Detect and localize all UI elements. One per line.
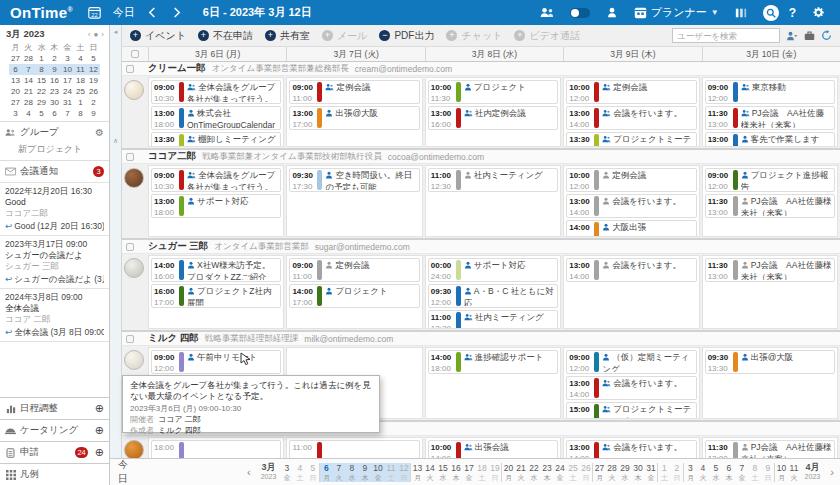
- briefcase-icon[interactable]: [804, 31, 815, 41]
- group-view-icon[interactable]: [540, 5, 556, 21]
- prev-arrow-icon[interactable]: [145, 5, 161, 21]
- strip-day[interactable]: 3月: [683, 463, 696, 482]
- mini-cal-day[interactable]: 13: [9, 75, 22, 86]
- day-cell[interactable]: 10:0014:00出張会議: [425, 437, 561, 458]
- notice-section-header[interactable]: 会議通知 3: [0, 161, 109, 182]
- day-cell[interactable]: 11:0012:30社内ミーティング: [425, 165, 561, 237]
- event-item[interactable]: 13:0016:00社内定例会議: [428, 106, 558, 130]
- event-item[interactable]: 13:0014:00会議を行います。: [566, 376, 696, 400]
- day-cell[interactable]: 14:0018:00進捗確認サポート: [425, 347, 561, 419]
- strip-day[interactable]: 23木: [540, 463, 553, 482]
- calendar-badge-icon[interactable]: 22: [87, 5, 103, 21]
- mini-cal-day[interactable]: 15: [35, 75, 48, 86]
- day-cell[interactable]: 09:0012:00プロジェクト進捗報告11:3013:00PJ会議 AA社佐藤…: [702, 165, 838, 237]
- select-all-checkbox[interactable]: [131, 50, 139, 58]
- planner-selector[interactable]: プランナー ▼: [634, 5, 719, 20]
- event-item[interactable]: 11:3013:00PJ会議 AA社佐藤様来社（来客）: [705, 258, 835, 282]
- strip-day[interactable]: 10月: [774, 463, 787, 482]
- event-item[interactable]: 13:0014:00会議を行います。: [566, 258, 696, 282]
- event-item[interactable]: 18:00: [151, 440, 281, 458]
- event-item[interactable]: 13:0017:30客先で作業します 【AA社】: [705, 132, 835, 147]
- sidebar-item-凡例[interactable]: 凡例: [0, 463, 109, 485]
- day-header[interactable]: 3月 6日 (月): [148, 47, 286, 61]
- sidebar-item-日程調整[interactable]: 日程調整⊕: [0, 397, 109, 419]
- event-item[interactable]: 10:0014:00出張会議: [428, 440, 558, 458]
- day-cell[interactable]: 13:0014:00会議を行います。: [563, 255, 699, 329]
- collapse-sidebar-icon[interactable]: ◂: [110, 28, 121, 36]
- strip-day[interactable]: 17金: [462, 463, 475, 482]
- day-cell[interactable]: 09:3013:30出張@大阪: [702, 347, 838, 419]
- add-icon[interactable]: ⊕: [95, 446, 104, 459]
- strip-day[interactable]: 26日: [579, 463, 592, 482]
- mini-cal-day[interactable]: 18: [74, 75, 87, 86]
- mini-cal-day[interactable]: 7: [61, 108, 74, 119]
- mini-cal-day[interactable]: 10: [61, 64, 74, 75]
- event-item[interactable]: 10:0011:30プロジェクト: [428, 80, 558, 104]
- event-item[interactable]: 13:0018:00株式会社OnTimeGroupCalendar様来社予定。担…: [151, 106, 281, 130]
- notice-item[interactable]: 2024年3月8日 09:00全体会議ココア 二郎↩全体会議 (3月 8日 09…: [0, 288, 109, 341]
- strip-day[interactable]: 9日: [761, 463, 774, 482]
- event-item[interactable]: 15:0017:00プロジェクトミーティング: [566, 402, 696, 419]
- day-header[interactable]: 3月 7日 (火): [286, 47, 424, 61]
- toolbar-button-不在申請[interactable]: +不在申請: [198, 29, 253, 43]
- strip-day[interactable]: 12日: [397, 463, 410, 482]
- strip-day[interactable]: 29水: [618, 463, 631, 482]
- event-item[interactable]: 09:0010:30全体会議をグループ各社が集まって行う。これは過去に例を見ない…: [151, 168, 281, 192]
- person-view-icon[interactable]: [604, 5, 620, 21]
- mini-cal-day[interactable]: 3: [61, 53, 74, 64]
- event-item[interactable]: 13:0018:00サポート対応: [151, 194, 281, 218]
- event-item[interactable]: 14:0016:00X社W様来訪予定。プロダクトZZご紹介: [151, 258, 281, 282]
- mini-cal-day[interactable]: 3: [9, 108, 22, 119]
- strip-day[interactable]: 10金: [371, 463, 384, 482]
- strip-prev-icon[interactable]: ‹: [241, 466, 257, 478]
- day-cell[interactable]: 11:0013:0016:00プロジェクト: [286, 437, 422, 458]
- event-item[interactable]: 14:0018:00大阪出張: [566, 220, 696, 237]
- strip-day[interactable]: 11火: [787, 463, 800, 482]
- mini-cal-next-icon[interactable]: ›: [101, 30, 104, 39]
- day-cell[interactable]: 09:0011:00定例会議14:0017:00プロジェクト: [286, 255, 422, 329]
- mini-cal-day[interactable]: 2: [48, 53, 61, 64]
- sidebar-item-ケータリング[interactable]: ケータリング⊕: [0, 419, 109, 441]
- strip-month-start[interactable]: 3月2023: [257, 463, 281, 481]
- day-cell[interactable]: 10:0012:00定例会議13:0014:00会議を行います。13:3017:…: [563, 77, 699, 147]
- toolbar-button-共有室[interactable]: +共有室: [265, 29, 310, 43]
- day-cell[interactable]: 11:3013:00PJ会議 AA社佐藤様来社（来客）: [702, 255, 838, 329]
- notice-item[interactable]: 2023年3月17日 09:00シュガーの会議だよシュガー 三郎↩シュガーの会議…: [0, 235, 109, 288]
- event-item[interactable]: 09:0012:00プロジェクト進捗報告: [705, 168, 835, 192]
- mini-cal-day[interactable]: 27: [9, 53, 22, 64]
- mini-cal-day[interactable]: 27: [9, 97, 22, 108]
- event-item[interactable]: 11:3013:00PJ会議 AA社佐藤様来社（来客）: [705, 106, 835, 130]
- event-item[interactable]: 14:0017:00プロジェクト: [289, 284, 419, 308]
- strip-day[interactable]: 7金: [735, 463, 748, 482]
- strip-today-button[interactable]: 今日: [110, 458, 146, 485]
- day-cell[interactable]: 10:0012:00定例会議13:0014:00会議を行います。14:0018:…: [563, 165, 699, 237]
- toolbar-button-PDF出力[interactable]: −PDF出力: [379, 29, 434, 43]
- day-cell[interactable]: 09:0011:00定例会議13:0017:00出張@大阪: [286, 77, 422, 147]
- mini-cal-day[interactable]: 17: [61, 75, 74, 86]
- mini-cal-day[interactable]: 9: [87, 108, 100, 119]
- strip-day[interactable]: 1土: [657, 463, 670, 482]
- event-item[interactable]: 16:0017:00プロジェクトZ社内展開: [151, 284, 281, 308]
- notice-item[interactable]: 2022年12月20日 16:30Goodココア二郎↩Good (12月 20日…: [0, 182, 109, 235]
- day-header[interactable]: 3月 8日 (水): [425, 47, 563, 61]
- person-checkbox[interactable]: [126, 335, 134, 343]
- day-header[interactable]: 3月 10日 (金): [702, 47, 840, 61]
- mini-cal-day[interactable]: 9: [48, 64, 61, 75]
- mini-cal-day[interactable]: 24: [61, 86, 74, 97]
- today-button[interactable]: 今日: [113, 5, 135, 20]
- strip-day[interactable]: 9木: [358, 463, 371, 482]
- mini-cal-prev-icon[interactable]: ‹: [88, 30, 91, 39]
- event-item[interactable]: 11:0012:30社内ミーティング: [428, 310, 558, 329]
- group-item[interactable]: 新プロジェクト: [0, 143, 109, 160]
- mini-cal-day[interactable]: 8: [74, 108, 87, 119]
- mini-cal-day[interactable]: 5: [35, 108, 48, 119]
- add-icon[interactable]: ⊕: [95, 402, 104, 415]
- mini-cal-day[interactable]: 19: [87, 75, 100, 86]
- strip-month-end[interactable]: 4月2023: [800, 463, 824, 481]
- event-item[interactable]: 09:0011:00定例会議: [289, 80, 419, 104]
- strip-day[interactable]: 8水: [345, 463, 358, 482]
- mini-cal-day[interactable]: 2: [87, 97, 100, 108]
- strip-day[interactable]: 28火: [605, 463, 618, 482]
- strip-day[interactable]: 25土: [566, 463, 579, 482]
- day-cell[interactable]: 13:0014:00会議を行います。: [563, 437, 699, 458]
